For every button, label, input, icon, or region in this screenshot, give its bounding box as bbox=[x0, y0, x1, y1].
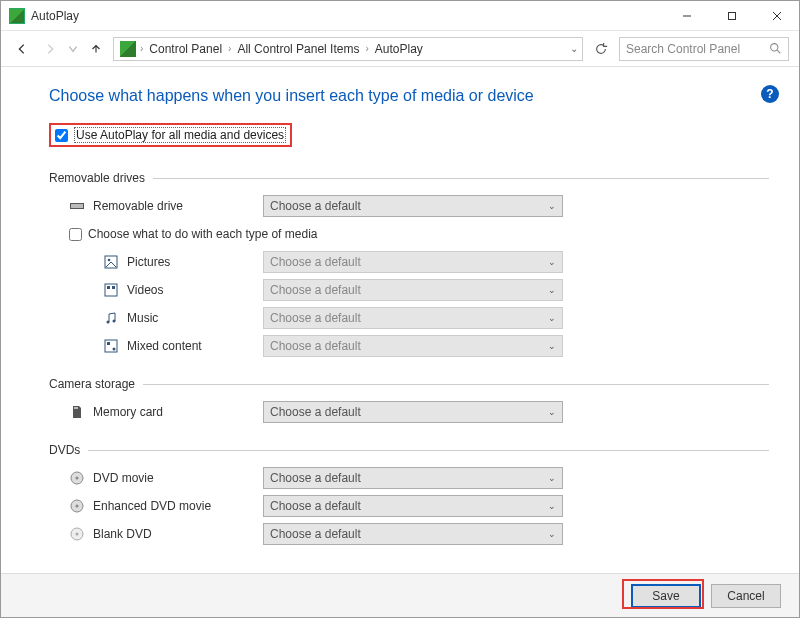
breadcrumb-dropdown-icon[interactable]: ⌄ bbox=[570, 43, 578, 54]
svg-point-24 bbox=[76, 533, 79, 536]
row-label: Mixed content bbox=[127, 339, 263, 353]
window-title: AutoPlay bbox=[31, 9, 79, 23]
chevron-down-icon: ⌄ bbox=[548, 257, 556, 267]
breadcrumb-item[interactable]: Control Panel bbox=[145, 42, 226, 56]
memory-card-icon bbox=[69, 404, 85, 420]
search-input[interactable]: Search Control Panel bbox=[619, 37, 789, 61]
chevron-down-icon: ⌄ bbox=[548, 501, 556, 511]
row-label: Blank DVD bbox=[93, 527, 263, 541]
chevron-right-icon: › bbox=[365, 43, 368, 54]
chevron-down-icon: ⌄ bbox=[548, 407, 556, 417]
sub-checkbox-row: Choose what to do with each type of medi… bbox=[49, 227, 769, 241]
minimize-button[interactable] bbox=[664, 1, 709, 31]
sub-checkbox[interactable] bbox=[69, 228, 82, 241]
svg-point-22 bbox=[76, 505, 79, 508]
content-area: ? Choose what happens when you insert ea… bbox=[1, 67, 799, 573]
chevron-down-icon: ⌄ bbox=[548, 473, 556, 483]
chevron-right-icon: › bbox=[140, 43, 143, 54]
row-pictures: Pictures Choose a default⌄ bbox=[49, 251, 769, 273]
dropdown-mixed[interactable]: Choose a default⌄ bbox=[263, 335, 563, 357]
row-label: DVD movie bbox=[93, 471, 263, 485]
disc-icon bbox=[69, 498, 85, 514]
dropdown-memory-card[interactable]: Choose a default⌄ bbox=[263, 401, 563, 423]
breadcrumb-item[interactable]: All Control Panel Items bbox=[233, 42, 363, 56]
chevron-down-icon: ⌄ bbox=[548, 313, 556, 323]
svg-rect-11 bbox=[107, 286, 110, 289]
svg-rect-1 bbox=[728, 12, 735, 19]
save-button[interactable]: Save bbox=[631, 584, 701, 608]
maximize-button[interactable] bbox=[709, 1, 754, 31]
page-title: Choose what happens when you insert each… bbox=[49, 87, 769, 105]
section-dvds: DVDs DVD movie Choose a default⌄ Enhance… bbox=[49, 443, 769, 545]
row-blank-dvd: Blank DVD Choose a default⌄ bbox=[49, 523, 769, 545]
row-mixed: Mixed content Choose a default⌄ bbox=[49, 335, 769, 357]
dropdown-videos[interactable]: Choose a default⌄ bbox=[263, 279, 563, 301]
app-icon bbox=[9, 8, 25, 24]
videos-icon bbox=[103, 282, 119, 298]
svg-point-9 bbox=[108, 259, 111, 262]
row-label: Enhanced DVD movie bbox=[93, 499, 263, 513]
refresh-button[interactable] bbox=[589, 37, 613, 61]
chevron-down-icon: ⌄ bbox=[548, 201, 556, 211]
svg-point-13 bbox=[107, 321, 110, 324]
row-dvd-movie: DVD movie Choose a default⌄ bbox=[49, 467, 769, 489]
mixed-content-icon bbox=[103, 338, 119, 354]
master-checkbox-row: Use AutoPlay for all media and devices bbox=[49, 123, 292, 147]
master-checkbox-label[interactable]: Use AutoPlay for all media and devices bbox=[74, 127, 286, 143]
dropdown-music[interactable]: Choose a default⌄ bbox=[263, 307, 563, 329]
svg-rect-7 bbox=[71, 204, 83, 208]
master-checkbox[interactable] bbox=[55, 129, 68, 142]
chevron-right-icon: › bbox=[228, 43, 231, 54]
svg-point-17 bbox=[113, 348, 116, 351]
search-icon bbox=[769, 42, 782, 55]
footer-bar: Save Cancel bbox=[1, 573, 799, 617]
back-button[interactable] bbox=[11, 38, 33, 60]
row-label: Pictures bbox=[127, 255, 263, 269]
dropdown-removable-drive[interactable]: Choose a default⌄ bbox=[263, 195, 563, 217]
cancel-button[interactable]: Cancel bbox=[711, 584, 781, 608]
search-placeholder: Search Control Panel bbox=[626, 42, 769, 56]
svg-point-20 bbox=[76, 477, 79, 480]
dropdown-pictures[interactable]: Choose a default⌄ bbox=[263, 251, 563, 273]
chevron-down-icon: ⌄ bbox=[548, 341, 556, 351]
title-bar: AutoPlay bbox=[1, 1, 799, 31]
section-camera-storage: Camera storage Memory card Choose a defa… bbox=[49, 377, 769, 423]
breadcrumb[interactable]: › Control Panel › All Control Panel Item… bbox=[113, 37, 583, 61]
svg-point-14 bbox=[113, 320, 116, 323]
sub-checkbox-label[interactable]: Choose what to do with each type of medi… bbox=[88, 227, 317, 241]
window-controls bbox=[664, 1, 799, 31]
row-music: Music Choose a default⌄ bbox=[49, 307, 769, 329]
section-heading: Removable drives bbox=[49, 171, 145, 185]
svg-rect-16 bbox=[107, 342, 110, 345]
row-label: Videos bbox=[127, 283, 263, 297]
disc-icon bbox=[69, 470, 85, 486]
svg-rect-10 bbox=[105, 284, 117, 296]
row-label: Memory card bbox=[93, 405, 263, 419]
navigation-bar: › Control Panel › All Control Panel Item… bbox=[1, 31, 799, 67]
breadcrumb-item[interactable]: AutoPlay bbox=[371, 42, 427, 56]
svg-rect-18 bbox=[74, 407, 78, 409]
removable-drive-icon bbox=[69, 198, 85, 214]
svg-line-5 bbox=[777, 50, 780, 53]
disc-icon bbox=[69, 526, 85, 542]
dropdown-enhanced-dvd[interactable]: Choose a default⌄ bbox=[263, 495, 563, 517]
close-button[interactable] bbox=[754, 1, 799, 31]
pictures-icon bbox=[103, 254, 119, 270]
forward-button[interactable] bbox=[39, 38, 61, 60]
section-heading: DVDs bbox=[49, 443, 80, 457]
row-videos: Videos Choose a default⌄ bbox=[49, 279, 769, 301]
svg-rect-15 bbox=[105, 340, 117, 352]
help-icon[interactable]: ? bbox=[761, 85, 779, 103]
row-enhanced-dvd: Enhanced DVD movie Choose a default⌄ bbox=[49, 495, 769, 517]
control-panel-icon bbox=[120, 41, 136, 57]
dropdown-dvd-movie[interactable]: Choose a default⌄ bbox=[263, 467, 563, 489]
recent-dropdown-icon[interactable] bbox=[67, 38, 79, 60]
music-icon bbox=[103, 310, 119, 326]
up-button[interactable] bbox=[85, 38, 107, 60]
section-removable-drives: Removable drives Removable drive Choose … bbox=[49, 171, 769, 357]
section-heading: Camera storage bbox=[49, 377, 135, 391]
dropdown-blank-dvd[interactable]: Choose a default⌄ bbox=[263, 523, 563, 545]
chevron-down-icon: ⌄ bbox=[548, 285, 556, 295]
svg-rect-12 bbox=[112, 286, 115, 289]
row-label: Removable drive bbox=[93, 199, 263, 213]
